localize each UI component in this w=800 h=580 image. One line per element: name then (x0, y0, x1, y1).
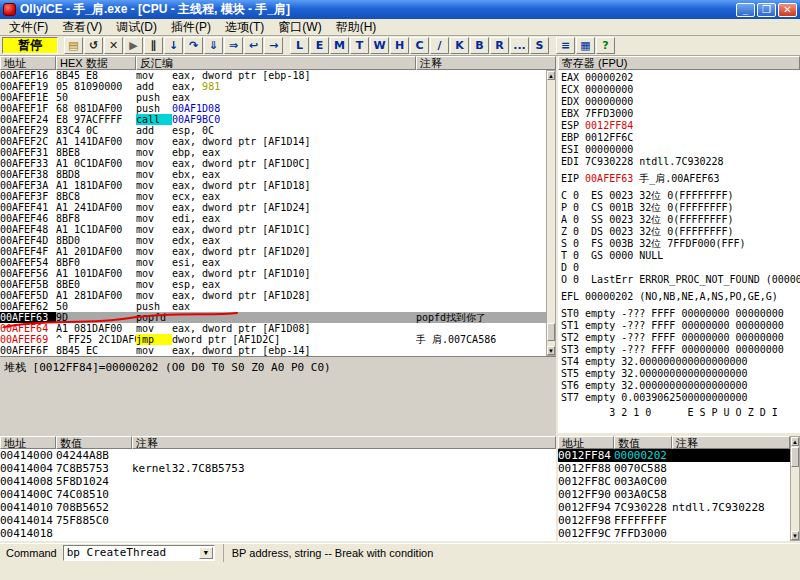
disasm-row[interactable]: 00AFEF639Dpopfdpopfd找到你了 (0, 312, 546, 323)
disasm-row[interactable]: 00AFEF48A1 1C1DAF00moveax, dword ptr [AF… (0, 224, 546, 235)
disasm-row[interactable]: 00AFEF41A1 241DAF00moveax, dword ptr [AF… (0, 202, 546, 213)
disassembly-pane[interactable]: 00AFEF168B45 E8moveax, dword ptr [ebp-18… (0, 70, 546, 356)
stack-scroll-thumb[interactable] (791, 447, 799, 467)
panel-button-S[interactable]: S (530, 37, 549, 54)
register-row[interactable]: EDX 00000000 (561, 96, 800, 108)
flag-line[interactable]: T 0 GS 0000 NULL (561, 250, 800, 262)
disasm-row[interactable]: 00AFEF33A1 0C1DAF00moveax, dword ptr [AF… (0, 158, 546, 169)
menu-item[interactable]: 查看(V) (55, 18, 109, 37)
fpu-register-line[interactable]: ST4 empty 32.000000000000000000 (561, 356, 800, 368)
windows-list-button[interactable]: ▦ (576, 37, 595, 54)
stack-header-cell[interactable]: 注释 (672, 436, 790, 449)
scroll-down-arrow-icon[interactable]: ▼ (791, 531, 799, 540)
register-row[interactable]: ECX 00000000 (561, 84, 800, 96)
dump-row[interactable]: 004140085F8D1024 (0, 475, 556, 488)
stack-row[interactable]: 0012FF9C7FFD3000 (558, 527, 790, 540)
stack-row[interactable]: 0012FF98FFFFFFFF (558, 514, 790, 527)
disasm-scroll-thumb[interactable] (547, 323, 555, 341)
disasm-row[interactable]: 00AFEF2CA1 141DAF00moveax, dword ptr [AF… (0, 136, 546, 147)
fpu-register-line[interactable]: ST5 empty 32.000000000000000000 (561, 368, 800, 380)
efl-line[interactable]: EFL 00000202 (NO,NB,NE,A,NS,PO,GE,G) (561, 291, 800, 303)
flag-line[interactable]: C 0 ES 0023 32位 0(FFFFFFFF) (561, 190, 800, 202)
open-file-button[interactable]: ▤ (64, 37, 83, 54)
animate-into-button[interactable]: ⇓ (204, 37, 223, 54)
disasm-row[interactable]: 00AFEF1905 81090000addeax, 981 (0, 81, 546, 92)
flag-line[interactable]: D 0 (561, 262, 800, 274)
fpu-register-line[interactable]: ST7 empty 0.0039062500000000000 (561, 392, 800, 404)
fpu-register-line[interactable]: ST3 empty -??? FFFF 00000000 00000000 (561, 344, 800, 356)
disasm-row[interactable]: 00AFEF69^ FF25 2C1DAF00jmpdword ptr [AF1… (0, 334, 546, 345)
run-button[interactable]: ▶ (124, 37, 143, 54)
go-to-address-button[interactable]: → (264, 37, 283, 54)
menu-item[interactable]: 帮助(H) (329, 18, 384, 37)
dump-row[interactable]: 00414018 (0, 527, 556, 540)
close-process-button[interactable]: ✕ (104, 37, 123, 54)
dump-row[interactable]: 0041400C74C08510 (0, 488, 556, 501)
step-over-button[interactable]: ↷ (184, 37, 203, 54)
disasm-row[interactable]: 00AFEF2983C4 0Caddesp, 0C (0, 125, 546, 136)
menu-item[interactable]: 插件(P) (164, 18, 218, 37)
panel-button-B[interactable]: B (470, 37, 489, 54)
fpu-register-line[interactable]: ST6 empty 32.000000000000000000 (561, 380, 800, 392)
register-row[interactable]: EAX 00000202 (561, 72, 800, 84)
disasm-row[interactable]: 00AFEF318BE8movebp, eax (0, 147, 546, 158)
fpu-register-line[interactable]: ST2 empty -??? FFFF 00000000 00000000 (561, 332, 800, 344)
panel-button-C[interactable]: C (410, 37, 429, 54)
menu-item[interactable]: 文件(F) (2, 18, 55, 37)
disasm-row[interactable]: 00AFEF6250pusheax (0, 301, 546, 312)
flag-line[interactable]: P 0 CS 001B 32位 0(FFFFFFFF) (561, 202, 800, 214)
panel-button-R[interactable]: R (490, 37, 509, 54)
dump-row[interactable]: 0041401475F885C0 (0, 514, 556, 527)
register-row[interactable]: EBP 0012FF6C (561, 132, 800, 144)
stack-header-cell[interactable]: 数值 (614, 436, 672, 449)
close-button[interactable]: ✕ (778, 3, 797, 17)
menu-item[interactable]: 调试(D) (109, 18, 164, 37)
stack-pane[interactable]: 0012FF84000002020012FF880070C5880012FF8C… (558, 449, 790, 541)
execute-till-return-button[interactable]: ↩ (244, 37, 263, 54)
disasm-header-cell[interactable]: 反汇编 (136, 56, 416, 70)
fpu-register-line[interactable]: ST0 empty -??? FFFF 00000000 00000000 (561, 308, 800, 320)
register-row[interactable]: EBX 7FFD3000 (561, 108, 800, 120)
dump-pane[interactable]: 0041400004244A8B004140047C8B5753kernel32… (0, 449, 556, 541)
register-row[interactable]: EIP 00AFEF63 手_肩.00AFEF63 (561, 173, 800, 185)
command-input[interactable]: bp CreateThread ▼ (63, 545, 215, 561)
register-row[interactable]: ESP 0012FF84 (561, 120, 800, 132)
disasm-row[interactable]: 00AFEF168B45 E8moveax, dword ptr [ebp-18… (0, 70, 546, 81)
minimize-button[interactable]: _ (736, 3, 755, 17)
dump-row[interactable]: 0041400004244A8B (0, 449, 556, 462)
flag-line[interactable]: Z 0 DS 0023 32位 0(FFFFFFFF) (561, 226, 800, 238)
stack-row[interactable]: 0012FF947C930228ntdll.7C930228 (558, 501, 790, 514)
panel-button-/[interactable]: / (430, 37, 449, 54)
flag-line[interactable]: S 0 FS 003B 32位 7FFDF000(FFF) (561, 238, 800, 250)
disasm-row[interactable]: 00AFEF4D8BD0movedx, eax (0, 235, 546, 246)
panel-button-T[interactable]: T (350, 37, 369, 54)
disasm-row[interactable]: 00AFEF388BD8movebx, eax (0, 169, 546, 180)
stack-row[interactable]: 0012FF880070C588 (558, 462, 790, 475)
pause-button[interactable]: ∥ (144, 37, 163, 54)
panel-button-W[interactable]: W (370, 37, 389, 54)
disasm-row[interactable]: 00AFEF5DA1 281DAF00moveax, dword ptr [AF… (0, 290, 546, 301)
menu-item[interactable]: 选项(T) (218, 18, 271, 37)
panel-button-H[interactable]: H (390, 37, 409, 54)
appearance-button[interactable]: ≡ (556, 37, 575, 54)
flag-line[interactable]: A 0 SS 0023 32位 0(FFFFFFFF) (561, 214, 800, 226)
disasm-header-cell[interactable]: 注释 (416, 56, 556, 70)
panel-button-L[interactable]: L (290, 37, 309, 54)
dump-header-cell[interactable]: 注释 (132, 436, 556, 449)
animate-over-button[interactable]: ⇒ (224, 37, 243, 54)
step-into-button[interactable]: ↓ (164, 37, 183, 54)
disasm-row[interactable]: 00AFEF64A1 081DAF00moveax, dword ptr [AF… (0, 323, 546, 334)
restore-button[interactable]: ❐ (757, 3, 776, 17)
stack-row[interactable]: 0012FF8C003A0C00 (558, 475, 790, 488)
disasm-row[interactable]: 00AFEF1F68 081DAF00push00AF1D08 (0, 103, 546, 114)
disasm-row[interactable]: 00AFEF1E50pusheax (0, 92, 546, 103)
scroll-up-arrow-icon[interactable]: ▲ (791, 437, 799, 446)
dump-header-cell[interactable]: 数值 (56, 436, 132, 449)
flag-line[interactable]: O 0 LastErr ERROR_PROC_NOT_FOUND (000000… (561, 274, 800, 286)
register-row[interactable]: EDI 7C930228 ntdll.7C930228 (561, 156, 800, 168)
fpu-register-line[interactable]: ST1 empty -??? FFFF 00000000 00000000 (561, 320, 800, 332)
disasm-row[interactable]: 00AFEF56A1 101DAF00moveax, dword ptr [AF… (0, 268, 546, 279)
registers-title[interactable]: 寄存器 (FPU) (558, 56, 800, 70)
chevron-down-icon[interactable]: ▼ (199, 547, 213, 559)
panel-button-...[interactable]: ... (510, 37, 529, 54)
